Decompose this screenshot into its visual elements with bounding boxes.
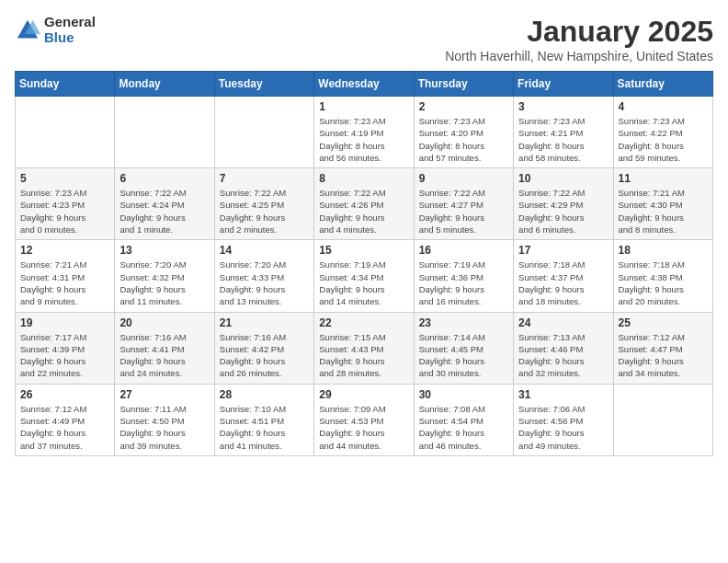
calendar-cell: 13Sunrise: 7:20 AM Sunset: 4:32 PM Dayli… <box>115 240 214 312</box>
calendar-cell: 4Sunrise: 7:23 AM Sunset: 4:22 PM Daylig… <box>613 97 712 168</box>
day-info: Sunrise: 7:08 AM Sunset: 4:54 PM Dayligh… <box>419 403 508 452</box>
page-header: General Blue January 2025 North Haverhil… <box>15 15 713 63</box>
day-info: Sunrise: 7:19 AM Sunset: 4:36 PM Dayligh… <box>419 259 508 307</box>
day-number: 30 <box>419 388 508 401</box>
weekday-header-sunday: Sunday <box>16 72 115 97</box>
day-number: 5 <box>20 172 109 185</box>
day-number: 29 <box>319 388 408 401</box>
calendar-cell: 7Sunrise: 7:22 AM Sunset: 4:25 PM Daylig… <box>214 168 313 240</box>
calendar-cell: 8Sunrise: 7:22 AM Sunset: 4:26 PM Daylig… <box>314 168 414 240</box>
day-number: 21 <box>220 316 309 329</box>
day-number: 28 <box>220 388 309 401</box>
day-info: Sunrise: 7:22 AM Sunset: 4:25 PM Dayligh… <box>220 187 309 236</box>
calendar-cell: 29Sunrise: 7:09 AM Sunset: 4:53 PM Dayli… <box>314 384 414 455</box>
calendar-table: SundayMondayTuesdayWednesdayThursdayFrid… <box>15 71 713 456</box>
day-number: 9 <box>419 172 508 185</box>
day-number: 19 <box>20 316 109 329</box>
logo-general-text: General <box>44 15 96 30</box>
day-info: Sunrise: 7:23 AM Sunset: 4:19 PM Dayligh… <box>319 115 408 164</box>
day-info: Sunrise: 7:22 AM Sunset: 4:29 PM Dayligh… <box>518 187 608 236</box>
calendar-cell: 21Sunrise: 7:16 AM Sunset: 4:42 PM Dayli… <box>214 312 313 384</box>
day-info: Sunrise: 7:20 AM Sunset: 4:32 PM Dayligh… <box>119 259 209 307</box>
day-info: Sunrise: 7:12 AM Sunset: 4:47 PM Dayligh… <box>619 331 708 380</box>
calendar-cell <box>16 97 115 168</box>
day-info: Sunrise: 7:18 AM Sunset: 4:38 PM Dayligh… <box>619 259 708 307</box>
calendar-cell <box>115 97 214 168</box>
day-number: 4 <box>619 100 708 113</box>
logo-blue-text: Blue <box>44 30 96 46</box>
day-info: Sunrise: 7:22 AM Sunset: 4:26 PM Dayligh… <box>319 187 408 236</box>
weekday-header-tuesday: Tuesday <box>214 72 313 97</box>
weekday-header-wednesday: Wednesday <box>314 72 414 97</box>
day-info: Sunrise: 7:19 AM Sunset: 4:34 PM Dayligh… <box>319 259 408 307</box>
day-info: Sunrise: 7:23 AM Sunset: 4:21 PM Dayligh… <box>518 115 608 164</box>
calendar-cell: 3Sunrise: 7:23 AM Sunset: 4:21 PM Daylig… <box>514 97 613 168</box>
calendar-cell: 24Sunrise: 7:13 AM Sunset: 4:46 PM Dayli… <box>514 312 613 384</box>
day-number: 3 <box>518 100 608 113</box>
weekday-header-saturday: Saturday <box>613 72 712 97</box>
calendar-cell: 10Sunrise: 7:22 AM Sunset: 4:29 PM Dayli… <box>514 168 613 240</box>
day-number: 25 <box>619 316 708 329</box>
calendar-cell: 23Sunrise: 7:14 AM Sunset: 4:45 PM Dayli… <box>414 312 513 384</box>
day-info: Sunrise: 7:13 AM Sunset: 4:46 PM Dayligh… <box>518 331 608 380</box>
weekday-header-thursday: Thursday <box>414 72 513 97</box>
day-info: Sunrise: 7:17 AM Sunset: 4:39 PM Dayligh… <box>20 331 109 380</box>
day-number: 12 <box>20 244 109 257</box>
calendar-cell: 28Sunrise: 7:10 AM Sunset: 4:51 PM Dayli… <box>214 384 313 455</box>
logo-icon <box>15 17 40 43</box>
day-number: 16 <box>419 244 508 257</box>
calendar-cell: 15Sunrise: 7:19 AM Sunset: 4:34 PM Dayli… <box>314 240 414 312</box>
day-info: Sunrise: 7:16 AM Sunset: 4:41 PM Dayligh… <box>119 331 209 380</box>
title-area: January 2025 North Haverhill, New Hampsh… <box>445 15 713 63</box>
day-number: 2 <box>419 100 508 113</box>
day-number: 14 <box>220 244 309 257</box>
calendar-week-row: 26Sunrise: 7:12 AM Sunset: 4:49 PM Dayli… <box>16 384 713 455</box>
day-info: Sunrise: 7:21 AM Sunset: 4:31 PM Dayligh… <box>20 259 109 307</box>
day-info: Sunrise: 7:06 AM Sunset: 4:56 PM Dayligh… <box>518 403 608 452</box>
day-info: Sunrise: 7:18 AM Sunset: 4:37 PM Dayligh… <box>518 259 608 307</box>
calendar-week-row: 1Sunrise: 7:23 AM Sunset: 4:19 PM Daylig… <box>16 97 713 168</box>
location-subtitle: North Haverhill, New Hampshire, United S… <box>445 49 713 63</box>
calendar-cell: 30Sunrise: 7:08 AM Sunset: 4:54 PM Dayli… <box>414 384 513 455</box>
day-info: Sunrise: 7:22 AM Sunset: 4:24 PM Dayligh… <box>119 187 209 236</box>
day-info: Sunrise: 7:10 AM Sunset: 4:51 PM Dayligh… <box>220 403 309 452</box>
day-info: Sunrise: 7:09 AM Sunset: 4:53 PM Dayligh… <box>319 403 408 452</box>
calendar-cell: 9Sunrise: 7:22 AM Sunset: 4:27 PM Daylig… <box>414 168 513 240</box>
day-info: Sunrise: 7:11 AM Sunset: 4:50 PM Dayligh… <box>119 403 209 452</box>
day-number: 11 <box>619 172 708 185</box>
calendar-cell <box>613 384 712 455</box>
day-number: 26 <box>20 388 109 401</box>
day-info: Sunrise: 7:23 AM Sunset: 4:20 PM Dayligh… <box>419 115 508 164</box>
calendar-week-row: 19Sunrise: 7:17 AM Sunset: 4:39 PM Dayli… <box>16 312 713 384</box>
day-info: Sunrise: 7:22 AM Sunset: 4:27 PM Dayligh… <box>419 187 508 236</box>
calendar-cell: 26Sunrise: 7:12 AM Sunset: 4:49 PM Dayli… <box>16 384 115 455</box>
day-number: 17 <box>518 244 608 257</box>
day-info: Sunrise: 7:16 AM Sunset: 4:42 PM Dayligh… <box>220 331 309 380</box>
day-number: 8 <box>319 172 408 185</box>
calendar-cell: 12Sunrise: 7:21 AM Sunset: 4:31 PM Dayli… <box>16 240 115 312</box>
weekday-header-monday: Monday <box>115 72 214 97</box>
calendar-cell: 14Sunrise: 7:20 AM Sunset: 4:33 PM Dayli… <box>214 240 313 312</box>
weekday-header-row: SundayMondayTuesdayWednesdayThursdayFrid… <box>16 72 713 97</box>
day-info: Sunrise: 7:23 AM Sunset: 4:23 PM Dayligh… <box>20 187 109 236</box>
day-number: 22 <box>319 316 408 329</box>
day-number: 15 <box>319 244 408 257</box>
day-number: 6 <box>119 172 209 185</box>
day-number: 7 <box>220 172 309 185</box>
day-info: Sunrise: 7:20 AM Sunset: 4:33 PM Dayligh… <box>220 259 309 307</box>
day-number: 1 <box>319 100 408 113</box>
logo: General Blue <box>15 15 96 45</box>
calendar-cell: 11Sunrise: 7:21 AM Sunset: 4:30 PM Dayli… <box>613 168 712 240</box>
calendar-cell <box>214 97 313 168</box>
day-number: 23 <box>419 316 508 329</box>
calendar-week-row: 5Sunrise: 7:23 AM Sunset: 4:23 PM Daylig… <box>16 168 713 240</box>
calendar-cell: 1Sunrise: 7:23 AM Sunset: 4:19 PM Daylig… <box>314 97 414 168</box>
day-number: 31 <box>518 388 608 401</box>
calendar-week-row: 12Sunrise: 7:21 AM Sunset: 4:31 PM Dayli… <box>16 240 713 312</box>
calendar-cell: 25Sunrise: 7:12 AM Sunset: 4:47 PM Dayli… <box>613 312 712 384</box>
logo-text: General Blue <box>44 15 96 45</box>
day-number: 10 <box>518 172 608 185</box>
calendar-cell: 18Sunrise: 7:18 AM Sunset: 4:38 PM Dayli… <box>613 240 712 312</box>
calendar-cell: 31Sunrise: 7:06 AM Sunset: 4:56 PM Dayli… <box>514 384 613 455</box>
calendar-cell: 20Sunrise: 7:16 AM Sunset: 4:41 PM Dayli… <box>115 312 214 384</box>
